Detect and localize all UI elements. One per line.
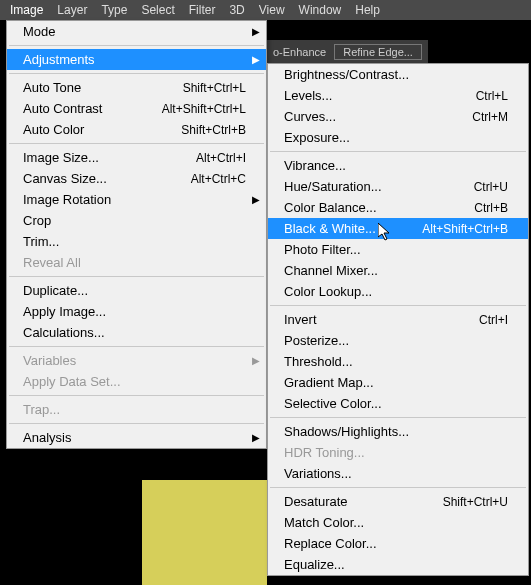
menu-match-color[interactable]: Match Color...	[268, 512, 528, 533]
menu-analysis[interactable]: Analysis▶	[7, 427, 266, 448]
menu-label: Auto Contrast	[23, 101, 103, 116]
menu-label: Posterize...	[284, 333, 349, 348]
image-menu: Mode ▶ Adjustments ▶ Auto ToneShift+Ctrl…	[6, 20, 267, 449]
menu-black-and-white[interactable]: Black & White...Alt+Shift+Ctrl+B	[268, 218, 528, 239]
menu-variations[interactable]: Variations...	[268, 463, 528, 484]
menu-shortcut: Alt+Shift+Ctrl+L	[162, 102, 246, 116]
menu-label: Auto Color	[23, 122, 84, 137]
menu-selective-color[interactable]: Selective Color...	[268, 393, 528, 414]
menu-label: Color Lookup...	[284, 284, 372, 299]
menu-label: Equalize...	[284, 557, 345, 572]
menu-label: Variables	[23, 353, 76, 368]
menu-shortcut: Alt+Shift+Ctrl+B	[422, 222, 508, 236]
menu-label: Canvas Size...	[23, 171, 107, 186]
menu-exposure[interactable]: Exposure...	[268, 127, 528, 148]
menu-label: Analysis	[23, 430, 71, 445]
menu-hdr-toning: HDR Toning...	[268, 442, 528, 463]
menu-shortcut: Alt+Ctrl+I	[196, 151, 246, 165]
menubar: Image Layer Type Select Filter 3D View W…	[0, 0, 531, 20]
menu-threshold[interactable]: Threshold...	[268, 351, 528, 372]
menu-equalize[interactable]: Equalize...	[268, 554, 528, 575]
menu-shortcut: Shift+Ctrl+L	[183, 81, 246, 95]
menu-label: Curves...	[284, 109, 336, 124]
menu-canvas-size[interactable]: Canvas Size...Alt+Ctrl+C	[7, 168, 266, 189]
menu-auto-tone[interactable]: Auto ToneShift+Ctrl+L	[7, 77, 266, 98]
menu-shortcut: Ctrl+B	[474, 201, 508, 215]
menubar-layer[interactable]: Layer	[57, 3, 87, 17]
menu-label: Levels...	[284, 88, 332, 103]
menu-adjustments[interactable]: Adjustments ▶	[7, 49, 266, 70]
menu-separator	[270, 487, 526, 488]
menu-label: Image Rotation	[23, 192, 111, 207]
menu-replace-color[interactable]: Replace Color...	[268, 533, 528, 554]
menu-channel-mixer[interactable]: Channel Mixer...	[268, 260, 528, 281]
menu-separator	[9, 276, 264, 277]
menu-separator	[9, 395, 264, 396]
menu-separator	[270, 151, 526, 152]
menu-image-size[interactable]: Image Size...Alt+Ctrl+I	[7, 147, 266, 168]
menu-levels[interactable]: Levels...Ctrl+L	[268, 85, 528, 106]
adjustments-submenu: Brightness/Contrast... Levels...Ctrl+L C…	[267, 63, 529, 576]
menu-label: Photo Filter...	[284, 242, 361, 257]
menu-gradient-map[interactable]: Gradient Map...	[268, 372, 528, 393]
menubar-filter[interactable]: Filter	[189, 3, 216, 17]
menu-label: Duplicate...	[23, 283, 88, 298]
menu-image-rotation[interactable]: Image Rotation▶	[7, 189, 266, 210]
menu-apply-image[interactable]: Apply Image...	[7, 301, 266, 322]
menu-auto-contrast[interactable]: Auto ContrastAlt+Shift+Ctrl+L	[7, 98, 266, 119]
menu-label: Vibrance...	[284, 158, 346, 173]
menu-calculations[interactable]: Calculations...	[7, 322, 266, 343]
menu-separator	[9, 143, 264, 144]
menu-shortcut: Shift+Ctrl+U	[443, 495, 508, 509]
menu-trim[interactable]: Trim...	[7, 231, 266, 252]
menubar-image[interactable]: Image	[10, 3, 43, 17]
menu-crop[interactable]: Crop	[7, 210, 266, 231]
menu-apply-data-set: Apply Data Set...	[7, 371, 266, 392]
canvas-content	[142, 480, 267, 585]
menu-brightness-contrast[interactable]: Brightness/Contrast...	[268, 64, 528, 85]
chevron-right-icon: ▶	[252, 355, 260, 366]
menu-label: Shadows/Highlights...	[284, 424, 409, 439]
menu-label: Brightness/Contrast...	[284, 67, 409, 82]
menu-label: Selective Color...	[284, 396, 382, 411]
menu-label: Reveal All	[23, 255, 81, 270]
menu-invert[interactable]: InvertCtrl+I	[268, 309, 528, 330]
menubar-3d[interactable]: 3D	[229, 3, 244, 17]
menu-label: Desaturate	[284, 494, 348, 509]
menu-duplicate[interactable]: Duplicate...	[7, 280, 266, 301]
menu-vibrance[interactable]: Vibrance...	[268, 155, 528, 176]
menu-auto-color[interactable]: Auto ColorShift+Ctrl+B	[7, 119, 266, 140]
menu-label: Image Size...	[23, 150, 99, 165]
menu-posterize[interactable]: Posterize...	[268, 330, 528, 351]
menu-label: Channel Mixer...	[284, 263, 378, 278]
menu-color-lookup[interactable]: Color Lookup...	[268, 281, 528, 302]
menubar-help[interactable]: Help	[355, 3, 380, 17]
menu-mode[interactable]: Mode ▶	[7, 21, 266, 42]
menu-separator	[9, 73, 264, 74]
menubar-type[interactable]: Type	[101, 3, 127, 17]
menu-label: Match Color...	[284, 515, 364, 530]
menubar-window[interactable]: Window	[299, 3, 342, 17]
menu-shortcut: Ctrl+U	[474, 180, 508, 194]
auto-enhance-label: o-Enhance	[273, 46, 326, 58]
menu-label: Calculations...	[23, 325, 105, 340]
menu-shadows-highlights[interactable]: Shadows/Highlights...	[268, 421, 528, 442]
menu-desaturate[interactable]: DesaturateShift+Ctrl+U	[268, 491, 528, 512]
chevron-right-icon: ▶	[252, 432, 260, 443]
menu-label: Gradient Map...	[284, 375, 374, 390]
menubar-select[interactable]: Select	[141, 3, 174, 17]
refine-edge-button[interactable]: Refine Edge...	[334, 44, 422, 60]
menu-shortcut: Alt+Ctrl+C	[191, 172, 246, 186]
menubar-view[interactable]: View	[259, 3, 285, 17]
menu-hue-saturation[interactable]: Hue/Saturation...Ctrl+U	[268, 176, 528, 197]
menu-shortcut: Ctrl+I	[479, 313, 508, 327]
menu-reveal-all: Reveal All	[7, 252, 266, 273]
menu-label: Mode	[23, 24, 56, 39]
menu-label: Invert	[284, 312, 317, 327]
menu-color-balance[interactable]: Color Balance...Ctrl+B	[268, 197, 528, 218]
menu-photo-filter[interactable]: Photo Filter...	[268, 239, 528, 260]
chevron-right-icon: ▶	[252, 26, 260, 37]
menu-label: Apply Data Set...	[23, 374, 121, 389]
options-bar: o-Enhance Refine Edge...	[267, 40, 428, 63]
menu-curves[interactable]: Curves...Ctrl+M	[268, 106, 528, 127]
